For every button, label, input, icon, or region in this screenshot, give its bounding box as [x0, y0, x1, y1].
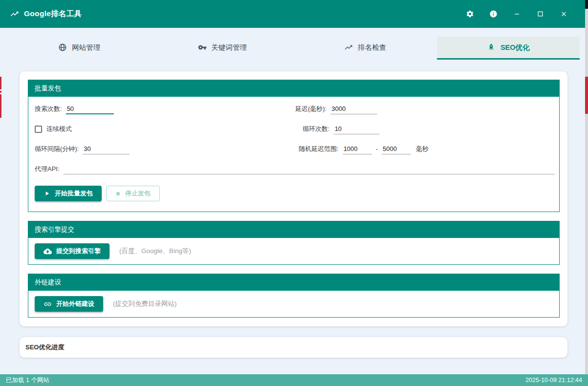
- app-title: Google排名工具: [24, 9, 82, 19]
- backlink-button-label: 开始外链建设: [56, 300, 94, 308]
- tab-keyword-management[interactable]: 关键词管理: [151, 37, 294, 60]
- link-icon: [44, 300, 52, 308]
- edge-black-segment: [585, 0, 588, 9]
- settings-button[interactable]: [458, 5, 481, 23]
- start-batch-button[interactable]: 开始批量发包: [35, 186, 102, 201]
- desktop-edge-strip: [585, 0, 588, 374]
- backlink-header: 外链建设: [28, 274, 559, 291]
- proxy-api-label: 代理API:: [35, 165, 60, 173]
- search-engine-submit-header: 搜索引擎提交: [28, 221, 559, 238]
- seo-progress-title: SEO优化进度: [25, 343, 64, 352]
- proxy-api-input[interactable]: [64, 165, 555, 174]
- random-delay-label: 随机延迟范围:: [299, 145, 339, 153]
- backlink-group: 外链建设 开始外链建设 (提交到免费目录网站): [28, 274, 560, 318]
- trending-up-icon: [344, 43, 353, 52]
- tab-seo-optimization[interactable]: SEO优化: [437, 37, 580, 60]
- close-button[interactable]: [552, 5, 575, 23]
- tab-label: 网站管理: [72, 43, 100, 52]
- tab-label: SEO优化: [501, 43, 530, 52]
- seo-panel: 批量发包 搜索次数: 延迟(毫秒): 连续模式 循环次数:: [20, 71, 567, 326]
- gear-icon: [466, 10, 474, 18]
- edge-red-segment: [585, 77, 588, 114]
- minimize-button[interactable]: [505, 5, 528, 23]
- stop-batch-button[interactable]: 停止发包: [106, 186, 160, 201]
- status-timestamp: 2025-10-09 21:12:44: [525, 377, 582, 384]
- random-delay-min-input[interactable]: [343, 145, 372, 154]
- tab-website-management[interactable]: 网站管理: [8, 37, 151, 60]
- search-count-label: 搜索次数:: [35, 105, 62, 113]
- maximize-icon: [537, 10, 544, 18]
- tab-label: 关键词管理: [212, 43, 247, 52]
- loop-count-input[interactable]: [334, 125, 379, 134]
- start-backlink-button[interactable]: 开始外链建设: [35, 296, 103, 312]
- loop-interval-input[interactable]: [83, 145, 130, 154]
- search-count-input[interactable]: [66, 105, 114, 114]
- info-icon: [489, 10, 498, 18]
- info-button[interactable]: [481, 5, 505, 23]
- loop-count-label: 循环次数:: [303, 125, 330, 133]
- globe-icon: [58, 43, 67, 52]
- tab-rank-check[interactable]: 排名检查: [294, 37, 437, 60]
- delay-input[interactable]: [330, 105, 377, 114]
- rocket-icon: [487, 43, 496, 52]
- batch-send-header: 批量发包: [28, 80, 559, 97]
- seo-progress-card: SEO优化进度: [20, 337, 567, 358]
- start-batch-label: 开始批量发包: [55, 189, 93, 198]
- stop-icon: [115, 191, 121, 196]
- titlebar: Google排名工具: [0, 0, 585, 28]
- play-icon: [44, 190, 50, 197]
- maximize-button[interactable]: [528, 5, 552, 23]
- tab-bar: 网站管理 关键词管理 排名检查 SEO优化: [0, 28, 585, 71]
- random-delay-max-input[interactable]: [382, 145, 411, 154]
- cloud-upload-icon: [44, 247, 52, 256]
- status-bar: 已加载 1 个网站 2025-10-09 21:12:44: [0, 374, 588, 386]
- continuous-mode-checkbox[interactable]: [35, 126, 42, 133]
- backlink-hint: (提交到免费目录网站): [113, 300, 177, 308]
- minimize-icon: [513, 10, 521, 18]
- loop-interval-label: 循环间隔(分钟):: [35, 145, 79, 153]
- delay-label: 延迟(毫秒):: [295, 105, 327, 113]
- random-delay-separator: -: [376, 145, 378, 152]
- stop-batch-label: 停止发包: [125, 189, 151, 198]
- random-delay-unit: 毫秒: [416, 145, 429, 153]
- app-window: Google排名工具 网站管理: [0, 0, 588, 386]
- submit-button-label: 提交到搜索引擎: [56, 247, 101, 256]
- batch-send-group: 批量发包 搜索次数: 延迟(毫秒): 连续模式 循环次数:: [28, 80, 560, 212]
- key-icon: [198, 43, 207, 52]
- close-icon: [560, 10, 567, 18]
- submit-to-search-engines-button[interactable]: 提交到搜索引擎: [35, 243, 109, 259]
- continuous-mode-label: 连续模式: [46, 125, 72, 133]
- trending-up-icon: [10, 9, 19, 19]
- status-loaded-text: 已加载 1 个网站: [6, 376, 49, 385]
- submit-hint: (百度、Google、Bing等): [119, 247, 191, 256]
- tab-label: 排名检查: [358, 43, 386, 52]
- left-edge-red-stripe: [0, 77, 1, 118]
- search-engine-submit-group: 搜索引擎提交 提交到搜索引擎 (百度、Google、Bing等): [28, 221, 560, 265]
